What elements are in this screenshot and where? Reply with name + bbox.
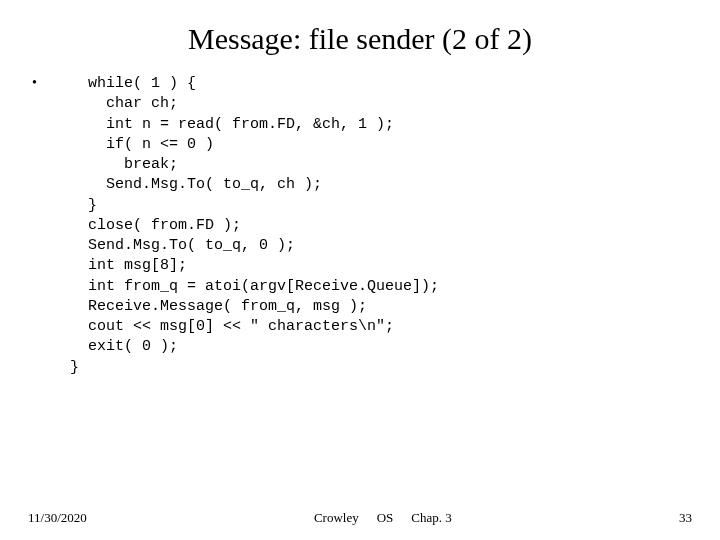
slide: Message: file sender (2 of 2) • while( 1… — [0, 0, 720, 540]
bullet-icon: • — [32, 74, 42, 90]
code-block: while( 1 ) { char ch; int n = read( from… — [70, 74, 439, 378]
slide-title: Message: file sender (2 of 2) — [28, 22, 692, 56]
footer: 11/30/2020 Crowley OS Chap. 3 33 — [0, 510, 720, 526]
footer-page: 33 — [679, 510, 692, 526]
footer-center: Crowley OS Chap. 3 — [87, 510, 679, 526]
footer-date: 11/30/2020 — [28, 510, 87, 526]
footer-course: OS — [377, 510, 394, 526]
footer-chapter: Chap. 3 — [411, 510, 451, 526]
body-row: • while( 1 ) { char ch; int n = read( fr… — [28, 74, 692, 378]
footer-author: Crowley — [314, 510, 359, 526]
